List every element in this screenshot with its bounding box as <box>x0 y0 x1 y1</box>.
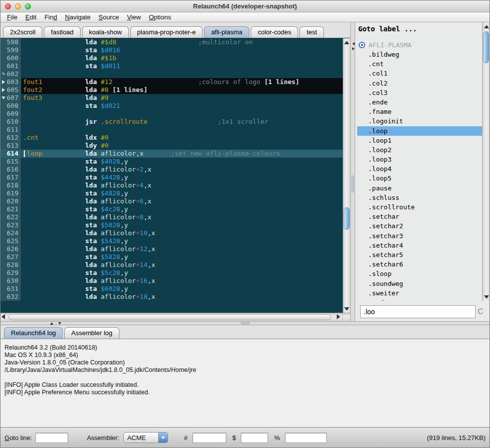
menu-edit[interactable]: Edit <box>21 13 40 21</box>
scroll-down-icon[interactable] <box>483 293 490 301</box>
editor-line-621[interactable]: 621 sta $4c28,y <box>0 205 343 213</box>
editor-hscroll-thumb[interactable] <box>8 314 331 320</box>
label-item-setchar4[interactable]: .setchar4 <box>357 241 482 250</box>
splitter-grip[interactable] <box>241 322 250 324</box>
editor-line-627[interactable]: 627 sta $5828,y <box>0 253 343 261</box>
editor-line-619[interactable]: 619 sta $4828,y <box>0 189 343 197</box>
fold-expanded-icon[interactable] <box>1 96 5 99</box>
goto-line-input[interactable] <box>35 433 68 443</box>
editor-line-608[interactable]: 608 sta $d021 <box>0 102 343 110</box>
splitter-collapse-left-icon[interactable] <box>352 42 355 45</box>
menu-view[interactable]: View <box>123 13 145 21</box>
label-item-col3[interactable]: .col3 <box>357 88 482 97</box>
vertical-splitter[interactable] <box>350 22 355 321</box>
tree-root-item[interactable]: AFLI-PLASMA <box>357 40 482 50</box>
editor-line-630[interactable]: 630 lda aflicolor+16,x <box>0 277 343 285</box>
menu-source[interactable]: Source <box>95 13 123 21</box>
sidebar-scrollbar[interactable] <box>482 22 490 301</box>
label-item-setchar5[interactable]: .setchar5 <box>357 250 482 260</box>
editor-line-626[interactable]: 626 lda aflicolor+12,x <box>0 245 343 253</box>
sidebar-scroll-thumb[interactable] <box>483 31 489 63</box>
splitter-grip[interactable] <box>352 176 354 192</box>
fold-collapsed-icon[interactable] <box>2 88 5 92</box>
editor-horizontal-scrollbar[interactable] <box>0 313 350 321</box>
editor-line-629[interactable]: 629 sta $5c28,y <box>0 269 343 277</box>
editor-line-607[interactable]: 607fout3 lda #9 <box>0 94 343 102</box>
menu-options[interactable]: Options <box>145 13 175 21</box>
editor-line-631[interactable]: 631 sta $6028,y <box>0 285 343 293</box>
editor-line-615[interactable]: 615 sta $4028,y <box>0 158 343 166</box>
percent-input[interactable] <box>285 433 327 443</box>
editor-line-613[interactable]: 613 ldy #0 <box>0 142 343 150</box>
editor-line-603[interactable]: 603fout1 lda #12 ;colours of logo [1 lin… <box>0 78 343 86</box>
tab-koala-show[interactable]: koala-show <box>82 26 129 38</box>
editor-vertical-scrollbar[interactable] <box>343 38 350 313</box>
scroll-down-icon[interactable] <box>343 305 350 313</box>
editor-line-624[interactable]: 624 lda aflicolor+10,x <box>0 229 343 237</box>
tab-fastload[interactable]: fastload <box>44 26 81 38</box>
editor-line-611[interactable]: 611 <box>0 126 343 134</box>
editor-line-601[interactable]: 601 sta $d011 <box>0 62 343 70</box>
label-item-sweiter[interactable]: .sweiter <box>357 288 482 298</box>
scroll-up-icon[interactable] <box>343 38 350 46</box>
label-item-setchar3[interactable]: .setchar3 <box>357 231 482 241</box>
label-item-setchar2[interactable]: .setchar2 <box>357 221 482 231</box>
label-item-setchar[interactable]: .setchar <box>357 212 482 221</box>
dollar-input[interactable] <box>241 433 268 443</box>
editor-line-622[interactable]: 622 lda aflicolor+8,x <box>0 213 343 221</box>
label-filter-input[interactable] <box>360 305 476 318</box>
editor-line-616[interactable]: 616 lda aflicolor+2,x <box>0 166 343 174</box>
editor-line-618[interactable]: 618 lda aflicolor+4,x <box>0 181 343 189</box>
log-tab-assembler-log[interactable]: Assembler log <box>64 327 119 339</box>
log-tab-relaunch64-log[interactable]: Relaunch64 log <box>4 327 63 339</box>
label-item-ende[interactable]: .ende <box>357 97 482 107</box>
label-item-schluss[interactable]: .schluss <box>357 193 482 202</box>
label-item-setchar6[interactable]: .setchar6 <box>357 260 482 269</box>
label-item-fname[interactable]: .fname <box>357 107 482 116</box>
editor-line-602[interactable]: 602 <box>0 70 343 78</box>
tab-color-codes[interactable]: color-codes <box>251 26 298 38</box>
label-item-loop4[interactable]: .loop4 <box>357 164 482 174</box>
tab-plasma-prop-noter-e[interactable]: plasma-prop-noter-e <box>130 26 203 38</box>
hash-input[interactable] <box>193 433 226 443</box>
editor-line-614[interactable]: 614.loop lda aflicolor,x ;set new afli-p… <box>0 150 343 158</box>
editor-line-598[interactable]: 598 lda #$d8 ;multicolor on <box>0 38 343 46</box>
label-item-soundweg[interactable]: .soundweg <box>357 279 482 288</box>
editor-line-605[interactable]: 605fout2 lda #8 [1 lines] <box>0 86 343 94</box>
tab-2x2scroll[interactable]: 2x2scroll <box>3 26 42 38</box>
dropdown-arrow-icon[interactable] <box>158 433 168 443</box>
editor-line-610[interactable]: 610 jsr .scrollroute ;1x1 scroller <box>0 118 343 126</box>
editor-line-612[interactable]: 612.cnt ldx #0 <box>0 134 343 142</box>
menu-find[interactable]: Find <box>40 13 61 21</box>
editor-line-620[interactable]: 620 lda aflicolor+6,x <box>0 197 343 205</box>
refresh-icon[interactable]: C <box>478 307 484 316</box>
editor-line-628[interactable]: 628 lda aflicolor+14,x <box>0 261 343 269</box>
label-item-scrollroute[interactable]: .scrollroute <box>357 202 482 212</box>
label-item-sloop[interactable]: .sloop <box>357 269 482 278</box>
horizontal-splitter[interactable] <box>0 321 490 325</box>
editor-line-625[interactable]: 625 sta $5428,y <box>0 237 343 245</box>
menu-file[interactable]: File <box>3 13 21 21</box>
label-item-loop1[interactable]: .loop1 <box>357 136 482 145</box>
scroll-right-icon[interactable] <box>337 314 340 319</box>
label-item-bildweg[interactable]: .bildweg <box>357 50 482 59</box>
editor-line-600[interactable]: 600 lda #$1b <box>0 54 343 62</box>
label-item-col2[interactable]: .col2 <box>357 79 482 88</box>
tab-test[interactable]: test <box>299 26 324 38</box>
label-item-cnt[interactable]: .cnt <box>357 59 482 69</box>
tab-afli-plasma[interactable]: afli-plasma <box>204 26 249 38</box>
label-item-logoinit[interactable]: .logoinit <box>357 116 482 126</box>
label-item-pause[interactable]: .pause <box>357 183 482 193</box>
label-item-loop2[interactable]: .loop2 <box>357 145 482 155</box>
editor-line-609[interactable]: 609 <box>0 110 343 118</box>
scroll-up-icon[interactable] <box>483 22 490 30</box>
editor-line-623[interactable]: 623 sta $5028,y <box>0 221 343 229</box>
editor-vscroll-thumb[interactable] <box>344 207 350 230</box>
splitter-collapse-down-icon[interactable] <box>58 322 61 325</box>
editor-line-599[interactable]: 599 sta $d016 <box>0 46 343 54</box>
label-item-loop5[interactable]: .loop5 <box>357 174 482 183</box>
fold-collapsed-icon[interactable] <box>2 80 5 84</box>
label-item-loop3[interactable]: .loop3 <box>357 155 482 164</box>
label-item-loop[interactable]: .loop <box>357 126 482 136</box>
scroll-left-icon[interactable] <box>1 314 5 319</box>
